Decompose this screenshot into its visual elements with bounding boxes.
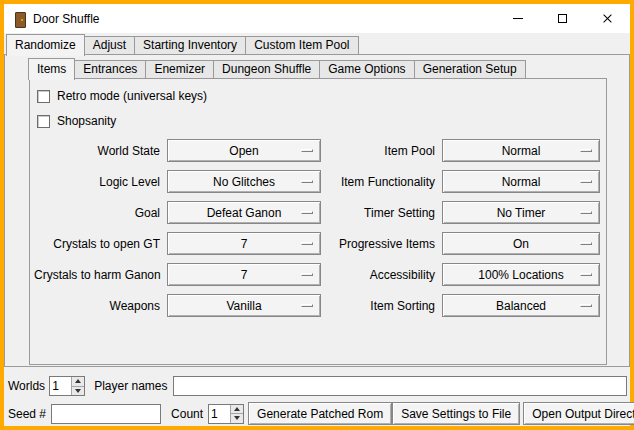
seed-input[interactable]	[51, 404, 161, 424]
shopsanity-label: Shopsanity	[57, 114, 116, 128]
dropdown-indicator-icon	[580, 211, 592, 214]
option-row: Logic Level No Glitches Item Functionali…	[34, 170, 602, 193]
goal-label: Goal	[34, 206, 160, 220]
item-sorting-label: Item Sorting	[329, 299, 435, 313]
dropdown-indicator-icon	[301, 180, 313, 183]
count-input[interactable]	[209, 405, 230, 423]
dropdown-indicator-icon	[580, 242, 592, 245]
dropdown-indicator-icon	[580, 273, 592, 276]
weapons-label: Weapons	[34, 299, 160, 313]
goal-dropdown[interactable]: Defeat Ganon	[167, 201, 321, 224]
dropdown-indicator-icon	[301, 149, 313, 152]
progressive-items-label: Progressive Items	[329, 237, 435, 251]
worlds-spinbox	[49, 376, 85, 396]
retro-mode-checkbox[interactable]	[37, 90, 50, 103]
dropdown-value: 7	[241, 268, 248, 282]
retro-mode-label: Retro mode (universal keys)	[57, 89, 207, 103]
dropdown-value: No Glitches	[213, 175, 275, 189]
dropdown-value: Balanced	[496, 299, 546, 313]
player-names-input[interactable]	[173, 376, 628, 396]
spin-up-icon	[75, 379, 81, 383]
dropdown-value: Defeat Ganon	[207, 206, 282, 220]
dropdown-indicator-icon	[301, 304, 313, 307]
crystals-harm-ganon-label: Crystals to harm Ganon	[34, 268, 160, 282]
tab-randomize[interactable]: Randomize	[6, 34, 85, 56]
seed-label: Seed #	[8, 407, 46, 421]
shopsanity-checkbox[interactable]	[37, 115, 50, 128]
item-sorting-dropdown[interactable]: Balanced	[442, 294, 600, 317]
door-icon	[11, 11, 27, 27]
spin-up-button[interactable]	[72, 377, 84, 386]
window-title: Door Shuffle	[33, 12, 100, 26]
tab-items[interactable]: Items	[28, 58, 75, 80]
option-row: Crystals to harm Ganon 7 Accessibility 1…	[34, 263, 602, 286]
count-spin-arrows	[230, 405, 243, 423]
worlds-row: Worlds Player names	[8, 375, 627, 397]
dropdown-value: Normal	[502, 144, 541, 158]
spin-down-icon	[234, 416, 240, 420]
spin-up-icon	[234, 407, 240, 411]
worlds-input[interactable]	[50, 377, 71, 395]
tab-adjust[interactable]: Adjust	[84, 36, 135, 55]
dropdown-indicator-icon	[580, 149, 592, 152]
dropdown-value: No Timer	[497, 206, 546, 220]
randomize-pane: Items Entrances Enemizer Dungeon Shuffle…	[4, 54, 630, 367]
items-pane: Retro mode (universal keys) Shopsanity W…	[29, 78, 607, 365]
generate-patched-rom-button[interactable]: Generate Patched Rom	[248, 402, 392, 425]
worlds-spin-arrows	[71, 377, 84, 395]
maximize-button[interactable]	[540, 4, 585, 33]
crystals-open-gt-label: Crystals to open GT	[34, 237, 160, 251]
world-state-dropdown[interactable]: Open	[167, 139, 321, 162]
tab-custom-item-pool[interactable]: Custom Item Pool	[245, 36, 358, 55]
dropdown-value: 7	[241, 237, 248, 251]
tab-entrances[interactable]: Entrances	[74, 60, 146, 79]
item-pool-dropdown[interactable]: Normal	[442, 139, 600, 162]
option-row: Goal Defeat Ganon Timer Setting No Timer	[34, 201, 602, 224]
shopsanity-row: Shopsanity	[37, 114, 602, 128]
accessibility-dropdown[interactable]: 100% Locations	[442, 263, 600, 286]
close-button[interactable]	[585, 4, 630, 33]
dropdown-value: On	[513, 237, 529, 251]
seed-row: Seed # Count Generate Patched Rom Save S…	[8, 402, 627, 425]
dropdown-indicator-icon	[580, 304, 592, 307]
crystals-harm-ganon-dropdown[interactable]: 7	[167, 263, 321, 286]
dropdown-value: Normal	[502, 175, 541, 189]
tab-starting-inventory[interactable]: Starting Inventory	[134, 36, 246, 55]
window-content: Randomize Adjust Starting Inventory Cust…	[4, 33, 630, 426]
dropdown-indicator-icon	[580, 180, 592, 183]
dropdown-indicator-icon	[301, 242, 313, 245]
option-row: Crystals to open GT 7 Progressive Items …	[34, 232, 602, 255]
maximize-icon	[558, 14, 567, 23]
count-spinbox	[208, 404, 244, 424]
minimize-icon	[513, 18, 523, 19]
spin-down-button[interactable]	[231, 413, 243, 423]
crystals-open-gt-dropdown[interactable]: 7	[167, 232, 321, 255]
dropdown-indicator-icon	[301, 273, 313, 276]
tab-game-options[interactable]: Game Options	[319, 60, 414, 79]
dropdown-value: Open	[229, 144, 258, 158]
save-settings-button[interactable]: Save Settings to File	[392, 402, 520, 425]
spin-down-icon	[75, 389, 81, 393]
tab-dungeon-shuffle[interactable]: Dungeon Shuffle	[213, 60, 320, 79]
open-output-directory-button[interactable]: Open Output Directory	[523, 402, 634, 425]
option-row: World State Open Item Pool Normal	[34, 139, 602, 162]
outer-tab-bar: Randomize Adjust Starting Inventory Cust…	[4, 33, 630, 55]
spin-down-button[interactable]	[72, 386, 84, 396]
accessibility-label: Accessibility	[329, 268, 435, 282]
timer-setting-dropdown[interactable]: No Timer	[442, 201, 600, 224]
progressive-items-dropdown[interactable]: On	[442, 232, 600, 255]
dropdown-value: 100% Locations	[478, 268, 563, 282]
item-functionality-dropdown[interactable]: Normal	[442, 170, 600, 193]
window-controls	[495, 4, 630, 33]
dropdown-indicator-icon	[301, 211, 313, 214]
logic-level-dropdown[interactable]: No Glitches	[167, 170, 321, 193]
spin-up-button[interactable]	[231, 405, 243, 414]
close-icon	[602, 13, 613, 24]
weapons-dropdown[interactable]: Vanilla	[167, 294, 321, 317]
world-state-label: World State	[34, 144, 160, 158]
retro-mode-row: Retro mode (universal keys)	[37, 89, 602, 103]
count-label: Count	[171, 407, 203, 421]
tab-generation-setup[interactable]: Generation Setup	[414, 60, 526, 79]
minimize-button[interactable]	[495, 4, 540, 33]
tab-enemizer[interactable]: Enemizer	[145, 60, 214, 79]
